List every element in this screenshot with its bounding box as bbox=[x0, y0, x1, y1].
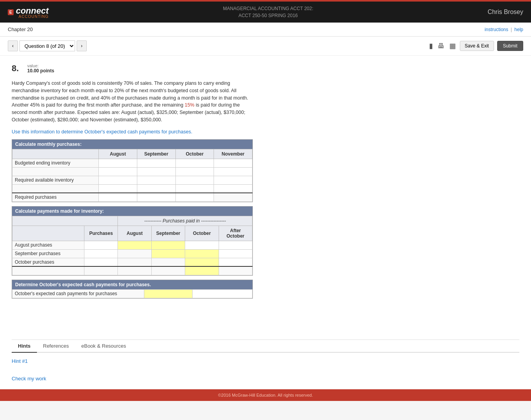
cell-sep-oct[interactable] bbox=[185, 249, 219, 258]
cell-budgeted-aug[interactable] bbox=[99, 159, 137, 167]
input-reqpurch-sep[interactable] bbox=[140, 194, 173, 200]
cell-oct-oct[interactable] bbox=[185, 258, 219, 266]
cell-reqpurch-oct[interactable] bbox=[175, 193, 214, 201]
save-exit-button[interactable]: Save & Exit bbox=[460, 41, 494, 51]
cell-row4-nov[interactable] bbox=[214, 184, 252, 193]
input-expected-cash2[interactable] bbox=[195, 291, 250, 296]
tabs-container: Hints References eBook & Resources Hint … bbox=[12, 340, 519, 369]
table-row: September purchases bbox=[12, 249, 252, 258]
print-icon-button[interactable]: 🖶 bbox=[437, 41, 445, 51]
table-row: October's expected cash payments for pur… bbox=[12, 289, 252, 298]
cell-reqpurch-aug[interactable] bbox=[99, 193, 137, 201]
cell-row2-sep[interactable] bbox=[137, 167, 175, 176]
input-aug-purchases[interactable] bbox=[87, 242, 115, 248]
cell-row2-nov[interactable] bbox=[214, 167, 252, 176]
problem-text: Hardy Company's cost of goods sold is co… bbox=[12, 80, 253, 124]
input-reqpurch-oct[interactable] bbox=[178, 194, 212, 200]
cell-reqpurch-sep[interactable] bbox=[137, 193, 175, 201]
input-reqavail-oct[interactable] bbox=[178, 177, 212, 183]
input-oct-oct[interactable] bbox=[188, 259, 216, 265]
cell-total-oct[interactable] bbox=[185, 266, 219, 275]
cell-aug-aug[interactable] bbox=[118, 241, 151, 249]
input-aug-after-oct[interactable] bbox=[221, 242, 250, 248]
question-header: 8. value: 10.00 points bbox=[12, 63, 519, 74]
input-budgeted-oct[interactable] bbox=[178, 160, 212, 166]
table-row: Required available inventory bbox=[12, 176, 252, 184]
input-reqavail-sep[interactable] bbox=[140, 177, 173, 183]
input-sep-oct[interactable] bbox=[188, 251, 216, 256]
check-work-section: Check my work bbox=[12, 376, 519, 389]
input-oct-after-oct[interactable] bbox=[221, 259, 250, 265]
input-row4-nov[interactable] bbox=[216, 186, 250, 191]
input-sep-after-oct[interactable] bbox=[221, 251, 250, 256]
cell-reqavail-aug[interactable] bbox=[99, 176, 137, 184]
cell-sep-sep[interactable] bbox=[151, 249, 185, 258]
input-aug-aug[interactable] bbox=[120, 242, 149, 248]
input-row4-sep[interactable] bbox=[140, 186, 173, 191]
cell-row4-sep[interactable] bbox=[137, 184, 175, 193]
help-link[interactable]: help bbox=[514, 27, 523, 32]
input-row2-aug[interactable] bbox=[101, 169, 135, 174]
submit-button[interactable]: Submit bbox=[497, 41, 523, 51]
bookmark-icon-button[interactable]: ▮ bbox=[428, 41, 434, 51]
settings-icon-button[interactable]: ▦ bbox=[449, 41, 457, 51]
input-reqpurch-aug[interactable] bbox=[101, 194, 135, 200]
input-aug-sep[interactable] bbox=[154, 242, 182, 248]
cell-row4-oct[interactable] bbox=[175, 184, 214, 193]
row-sep-purchases-label: September purchases bbox=[12, 249, 84, 258]
cell-expected-cash-input[interactable] bbox=[144, 289, 192, 298]
tab-ebook[interactable]: eBook & Resources bbox=[75, 340, 132, 353]
col-header-label bbox=[12, 149, 99, 159]
prev-question-button[interactable]: ‹ bbox=[8, 40, 18, 51]
input-reqavail-nov[interactable] bbox=[216, 177, 250, 183]
cell-oct-purchases[interactable] bbox=[84, 258, 118, 266]
input-expected-cash[interactable] bbox=[147, 291, 189, 296]
cell-budgeted-sep[interactable] bbox=[137, 159, 175, 167]
expected-cash-table: October's expected cash payments for pur… bbox=[12, 289, 252, 298]
cell-aug-sep[interactable] bbox=[151, 241, 185, 249]
input-row2-oct[interactable] bbox=[178, 169, 212, 174]
cell-row2-oct[interactable] bbox=[175, 167, 214, 176]
cell-total-label-empty bbox=[12, 266, 84, 275]
input-budgeted-sep[interactable] bbox=[140, 160, 173, 166]
input-budgeted-aug[interactable] bbox=[101, 160, 135, 166]
cell-sep-after-oct[interactable] bbox=[219, 249, 252, 258]
use-info-text: Use this information to determine Octobe… bbox=[12, 129, 519, 135]
col-header-september: September bbox=[137, 149, 175, 159]
cell-aug-oct[interactable] bbox=[185, 241, 219, 249]
tabs: Hints References eBook & Resources bbox=[12, 340, 519, 353]
next-question-button[interactable]: › bbox=[77, 40, 87, 51]
cell-aug-purchases[interactable] bbox=[84, 241, 118, 249]
tab-references[interactable]: References bbox=[37, 340, 75, 353]
input-sep-purchases[interactable] bbox=[87, 251, 115, 256]
input-reqavail-aug[interactable] bbox=[101, 177, 135, 183]
cell-budgeted-oct[interactable] bbox=[175, 159, 214, 167]
cell-reqavail-nov[interactable] bbox=[214, 176, 252, 184]
cell-oct-after-oct[interactable] bbox=[219, 258, 252, 266]
input-total-oct[interactable] bbox=[188, 268, 216, 273]
input-row4-oct[interactable] bbox=[178, 186, 212, 191]
hint1-link[interactable]: Hint #1 bbox=[12, 358, 28, 364]
input-row2-sep[interactable] bbox=[140, 169, 173, 174]
input-sep-sep[interactable] bbox=[154, 251, 182, 256]
cell-row4-aug[interactable] bbox=[99, 184, 137, 193]
input-row4-aug[interactable] bbox=[101, 186, 135, 191]
cell-sep-purchases[interactable] bbox=[84, 249, 118, 258]
cell-row2-aug[interactable] bbox=[99, 167, 137, 176]
cell-aug-after-oct[interactable] bbox=[219, 241, 252, 249]
row-expected-cash-label: October's expected cash payments for pur… bbox=[12, 289, 144, 298]
question-selector[interactable]: Question 8 (of 20) bbox=[19, 40, 75, 51]
expected-cash-header: Determine October's expected cash paymen… bbox=[12, 280, 252, 289]
tab-hints[interactable]: Hints bbox=[12, 340, 37, 353]
input-budgeted-nov[interactable] bbox=[216, 160, 250, 166]
cell-budgeted-nov[interactable] bbox=[214, 159, 252, 167]
input-oct-purchases[interactable] bbox=[87, 259, 115, 265]
cell-expected-cash-white[interactable] bbox=[192, 289, 252, 298]
cell-reqavail-oct[interactable] bbox=[175, 176, 214, 184]
instructions-link[interactable]: instructions bbox=[485, 27, 508, 32]
check-my-work-link[interactable]: Check my work bbox=[12, 376, 46, 382]
input-aug-oct[interactable] bbox=[188, 242, 216, 248]
cell-reqavail-sep[interactable] bbox=[137, 176, 175, 184]
monthly-purchases-header: Calculate monthly purchases: bbox=[12, 140, 252, 149]
input-row2-nov[interactable] bbox=[216, 169, 250, 174]
